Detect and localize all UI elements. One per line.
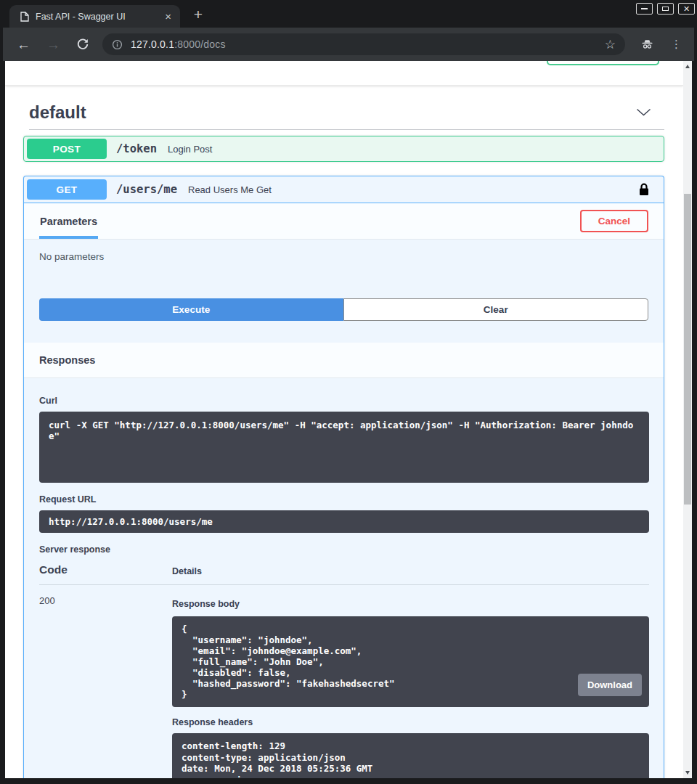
get-method-badge: GET	[27, 179, 107, 200]
api-content: default POST /token Login Post GET /user…	[5, 102, 683, 778]
response-body-label: Response body	[172, 599, 649, 609]
new-tab-button[interactable]: +	[189, 6, 208, 25]
post-summary: Login Post	[168, 144, 212, 155]
clear-button[interactable]: Clear	[343, 298, 649, 321]
scrollbar-thumb[interactable]	[684, 194, 691, 505]
lock-icon[interactable]	[639, 183, 649, 196]
request-url: http://127.0.0.1:8000/users/me	[49, 516, 640, 527]
page-icon	[20, 12, 29, 22]
incognito-icon	[640, 37, 655, 52]
browser-tab[interactable]: Fast API - Swagger UI ×	[9, 5, 180, 28]
server-response-table: Code Details 200 Response body { "userna…	[39, 563, 649, 778]
cancel-button[interactable]: Cancel	[580, 210, 648, 232]
address-bar[interactable]: 127.0.0.1:8000/docs ☆	[102, 33, 625, 55]
response-headers-block: content-length: 129 content-type: applic…	[172, 733, 649, 778]
minimize-icon	[641, 8, 648, 9]
close-button[interactable]: ✕	[678, 3, 695, 15]
post-method-badge: POST	[27, 139, 107, 159]
chevron-down-icon[interactable]	[636, 106, 651, 119]
window-controls: ✕	[636, 3, 695, 15]
get-summary: Read Users Me Get	[188, 184, 272, 195]
responses-section-header: Responses	[24, 343, 664, 378]
browser-menu-icon[interactable]: ⋮	[671, 38, 682, 51]
url-host: 127.0.0.1	[131, 38, 174, 50]
maximize-button[interactable]	[657, 3, 674, 15]
table-row: 200 Response body { "username": "johndoe…	[39, 585, 649, 778]
responses-body: Curl curl -X GET "http://127.0.0.1:8000/…	[24, 378, 664, 778]
url-text[interactable]: 127.0.0.1:8000/docs	[131, 38, 226, 50]
authorize-button[interactable]	[547, 61, 659, 65]
get-path: /users/me	[116, 183, 177, 196]
responses-title: Responses	[39, 354, 95, 366]
post-path: /token	[116, 142, 157, 155]
response-headers-text: content-length: 129 content-type: applic…	[182, 740, 640, 778]
browser-toolbar: ← → 127.0.0.1:8000/docs ☆ ⋮	[3, 28, 694, 61]
reload-icon[interactable]	[76, 38, 89, 51]
tag-divider	[29, 129, 664, 130]
status-code: 200	[39, 595, 172, 778]
parameters-body: No parameters Execute Clear	[24, 240, 664, 343]
request-url-block: http://127.0.0.1:8000/users/me	[39, 510, 649, 533]
browser-tab-bar: Fast API - Swagger UI × + ✕	[0, 0, 697, 28]
tab-close-icon[interactable]: ×	[163, 11, 174, 22]
scroll-up-icon[interactable]	[685, 65, 690, 68]
server-response-label: Server response	[39, 544, 649, 555]
tag-title: default	[29, 102, 86, 123]
bookmark-star-icon[interactable]: ☆	[605, 38, 616, 51]
execute-row: Execute Clear	[39, 298, 648, 321]
maximize-icon	[662, 7, 669, 11]
get-summary-row[interactable]: GET /users/me Read Users Me Get	[24, 176, 664, 203]
parameters-header: Parameters Cancel	[24, 203, 664, 240]
table-header-row: Code Details	[39, 563, 649, 585]
response-body-json: { "username": "johndoe", "email": "johnd…	[182, 624, 640, 700]
minimize-button[interactable]	[636, 3, 653, 15]
page-scrollbar[interactable]	[683, 61, 692, 778]
url-path: :8000/docs	[174, 38, 226, 50]
download-button[interactable]: Download	[578, 674, 642, 696]
swagger-page: default POST /token Login Post GET /user…	[5, 61, 683, 778]
curl-command: curl -X GET "http://127.0.0.1:8000/users…	[49, 420, 640, 441]
curl-label: Curl	[39, 396, 649, 406]
opblock-post-token[interactable]: POST /token Login Post	[23, 136, 664, 162]
back-icon[interactable]: ←	[17, 38, 30, 52]
response-headers-label: Response headers	[172, 717, 649, 727]
request-url-label: Request URL	[39, 494, 649, 505]
curl-code-block: curl -X GET "http://127.0.0.1:8000/users…	[39, 412, 649, 483]
site-info-icon[interactable]	[112, 39, 123, 50]
forward-icon: →	[46, 38, 60, 52]
no-parameters-text: No parameters	[39, 251, 648, 262]
tag-section-header[interactable]: default	[29, 102, 651, 123]
code-column-header: Code	[39, 563, 172, 576]
execute-button[interactable]: Execute	[39, 298, 343, 321]
details-column-header: Details	[172, 566, 202, 576]
details-cell: Response body { "username": "johndoe", "…	[172, 595, 649, 778]
tab-title: Fast API - Swagger UI	[36, 12, 163, 22]
opblock-get-users-me: GET /users/me Read Users Me Get Paramete…	[23, 176, 664, 778]
scroll-down-icon[interactable]	[685, 771, 690, 775]
scheme-container	[5, 61, 683, 86]
tab-parameters[interactable]: Parameters	[39, 203, 98, 239]
response-body-block: { "username": "johndoe", "email": "johnd…	[172, 616, 649, 707]
